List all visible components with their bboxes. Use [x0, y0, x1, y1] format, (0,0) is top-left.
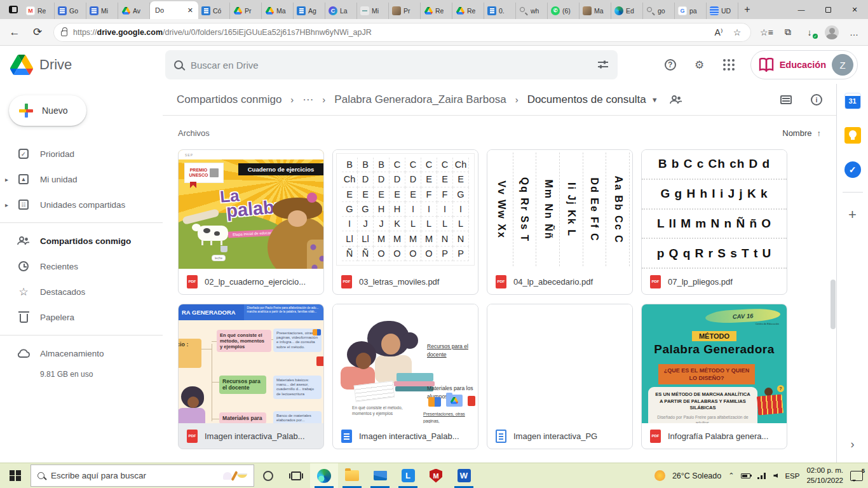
- browser-tab[interactable]: Có: [198, 3, 230, 19]
- taskbar-app-mcafee[interactable]: M: [422, 463, 450, 488]
- drive-search-input[interactable]: [191, 60, 590, 71]
- sort-control[interactable]: Nombre ↑: [782, 128, 821, 138]
- add-favorite-icon[interactable]: ☆: [731, 27, 743, 37]
- taskbar-search[interactable]: [31, 464, 254, 487]
- clock[interactable]: 02:00 p. m. 25/10/2022: [806, 466, 843, 485]
- new-tab-button[interactable]: +: [738, 1, 756, 18]
- search-options-icon[interactable]: [597, 59, 609, 71]
- breadcrumb-item[interactable]: Compartidos conmigo: [177, 93, 281, 106]
- sidebar-item-prioridad[interactable]: ✓Prioridad: [0, 141, 163, 166]
- account-avatar[interactable]: Z: [832, 54, 853, 76]
- browser-tab[interactable]: Pr: [389, 3, 421, 19]
- sidebar-item-recientes[interactable]: Recientes: [0, 254, 163, 279]
- taskbar-app-explorer[interactable]: [338, 463, 366, 488]
- tab-actions-button[interactable]: [4, 1, 23, 18]
- browser-tab[interactable]: CLa: [325, 3, 357, 19]
- browser-tab[interactable]: go: [643, 3, 675, 19]
- browser-profile-avatar[interactable]: [825, 25, 839, 39]
- expand-arrow-icon[interactable]: ▸: [5, 201, 8, 208]
- favorites-icon[interactable]: ☆≡: [760, 27, 773, 37]
- file-card[interactable]: RA GENERADORADiseñado por Paulo Freire p…: [178, 304, 324, 449]
- browser-tab[interactable]: 0.: [484, 3, 516, 19]
- read-aloud-icon[interactable]: A⁾: [712, 27, 725, 37]
- account-chip[interactable]: Educación Z: [750, 50, 858, 79]
- file-card[interactable]: Imagen interactiva_PG: [487, 304, 633, 449]
- help-icon[interactable]: ?: [663, 57, 678, 72]
- browser-tab[interactable]: Mi: [357, 3, 389, 19]
- browser-tab[interactable]: ✆(6): [548, 3, 580, 19]
- minimize-button[interactable]: —: [788, 0, 815, 19]
- file-card[interactable]: CAV 16Centro de EducaciónMÉTODOPalabra G…: [641, 304, 787, 449]
- collapse-panel-icon[interactable]: ›: [851, 438, 855, 451]
- browser-tab[interactable]: Av: [118, 3, 150, 19]
- language-indicator[interactable]: ESP: [785, 472, 799, 480]
- browser-tab[interactable]: Pr: [230, 3, 262, 19]
- keep-icon[interactable]: [844, 127, 861, 144]
- browser-tab[interactable]: Re: [452, 3, 484, 19]
- browser-tab[interactable]: Ma: [580, 3, 611, 19]
- address-bar[interactable]: https://drive.google.com/drive/u/0/folde…: [53, 23, 751, 42]
- tab-close-icon[interactable]: ✕: [187, 6, 193, 15]
- close-button[interactable]: ✕: [841, 0, 868, 19]
- hidden-icons-chevron[interactable]: ⌃: [728, 471, 734, 480]
- taskbar-app-word[interactable]: W: [450, 463, 478, 488]
- back-button[interactable]: ←: [8, 26, 22, 39]
- breadcrumb-item[interactable]: Palabra Generadora_Zaira Barbosa: [334, 93, 506, 106]
- network-icon[interactable]: [757, 473, 766, 479]
- content-scrollbar[interactable]: [831, 280, 836, 329]
- file-card[interactable]: En qué consiste el método, momentos y ej…: [332, 304, 478, 449]
- sidebar-item-compartidos-conmigo[interactable]: Compartidos conmigo: [0, 228, 163, 254]
- add-addon-button[interactable]: +: [848, 207, 857, 223]
- file-card[interactable]: BBBCCCCChChDDDDEEEEEEEEFFGGGHHIIIIIJJKLL…: [332, 149, 478, 295]
- browser-tab[interactable]: Mi: [86, 3, 118, 19]
- volume-icon[interactable]: [773, 473, 778, 478]
- browser-tab[interactable]: Ed: [611, 3, 643, 19]
- browser-tab[interactable]: Ma: [262, 3, 294, 19]
- calendar-icon[interactable]: 31: [844, 93, 861, 109]
- browser-tab[interactable]: Ag: [294, 3, 325, 19]
- drive-logo[interactable]: Drive: [10, 55, 159, 75]
- file-card[interactable]: Vv Ww XxQq Rr Ss TMm Nn ÑñIi Jj Kk LDd E…: [487, 149, 633, 295]
- sidebar-item-unidades-compartidas[interactable]: ▸☷Unidades compartidas: [0, 192, 163, 217]
- browser-menu-icon[interactable]: …: [848, 27, 860, 37]
- taskbar-app-edge[interactable]: [310, 463, 338, 488]
- browser-tab[interactable]: wh: [516, 3, 548, 19]
- taskbar-search-input[interactable]: [51, 471, 217, 480]
- browser-tab[interactable]: Re: [421, 3, 452, 19]
- start-button[interactable]: [0, 463, 31, 488]
- cortana-button[interactable]: [254, 463, 282, 488]
- file-card[interactable]: B b C c Ch ch D dG g H h I i J j K kL ll…: [641, 149, 787, 295]
- collections-icon[interactable]: ⧉: [782, 27, 794, 37]
- maximize-button[interactable]: [815, 0, 841, 19]
- drive-search-bar[interactable]: [165, 50, 618, 79]
- folder-dropdown-icon[interactable]: ▼: [651, 96, 658, 104]
- sidebar-item-destacados[interactable]: ☆Destacados: [0, 279, 163, 304]
- browser-tab[interactable]: Go: [55, 3, 86, 19]
- settings-gear-icon[interactable]: ⚙: [692, 57, 707, 72]
- browser-tab-active[interactable]: Do✕: [150, 1, 198, 19]
- weather-sun-icon[interactable]: [654, 470, 665, 481]
- file-card[interactable]: SEPCuaderno de ejerciciosPREMIOUNESCOlec…: [178, 149, 324, 295]
- list-view-icon[interactable]: [780, 95, 792, 104]
- task-view-button[interactable]: [282, 463, 310, 488]
- google-apps-grid-icon[interactable]: [721, 57, 736, 72]
- downloads-icon[interactable]: ↓✓: [803, 27, 816, 37]
- action-center-icon[interactable]: 5: [850, 471, 863, 481]
- sidebar-item-mi-unidad[interactable]: ▸▲Mi unidad: [0, 166, 163, 192]
- info-icon[interactable]: i: [811, 94, 822, 105]
- taskbar-app-mail[interactable]: [366, 463, 394, 488]
- battery-icon[interactable]: [741, 473, 750, 478]
- expand-arrow-icon[interactable]: ▸: [5, 176, 8, 183]
- browser-tab[interactable]: UD: [707, 3, 738, 19]
- browser-tab[interactable]: Gpa: [675, 3, 707, 19]
- browser-tab[interactable]: MRe: [23, 3, 55, 19]
- new-button[interactable]: Nuevo: [9, 95, 86, 126]
- breadcrumb-item[interactable]: ···: [302, 93, 313, 106]
- sidebar-item-almacenamiento[interactable]: Almacenamiento: [0, 341, 163, 366]
- breadcrumb-item[interactable]: Documentos de consulta: [527, 93, 646, 106]
- taskbar-app-lshot[interactable]: L: [394, 463, 422, 488]
- weather-label[interactable]: 26°C Soleado: [672, 471, 721, 480]
- tasks-icon[interactable]: ✓: [844, 161, 861, 178]
- refresh-button[interactable]: ⟳: [31, 25, 44, 39]
- sidebar-item-papelera[interactable]: Papelera: [0, 304, 163, 330]
